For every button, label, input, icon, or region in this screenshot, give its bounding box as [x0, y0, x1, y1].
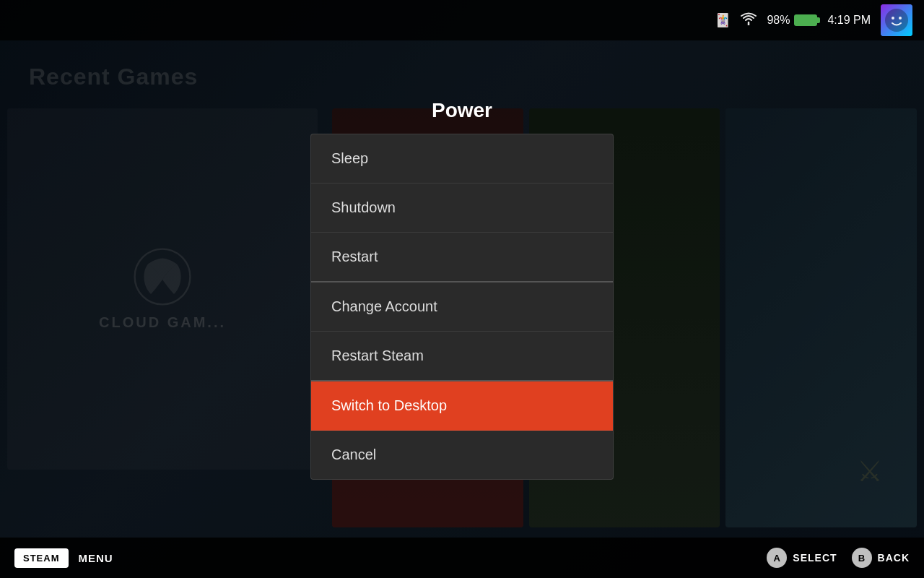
- change-account-option[interactable]: Change Account: [311, 282, 613, 332]
- restart-option[interactable]: Restart: [311, 233, 613, 282]
- sleep-option[interactable]: Sleep: [311, 134, 613, 184]
- restart-steam-option[interactable]: Restart Steam: [311, 332, 613, 381]
- shutdown-option[interactable]: Shutdown: [311, 184, 613, 233]
- power-menu: Sleep Shutdown Restart Change Account Re…: [310, 134, 614, 480]
- switch-to-desktop-option[interactable]: Switch to Desktop: [311, 381, 613, 431]
- dialog-title: Power: [432, 99, 492, 122]
- cancel-option[interactable]: Cancel: [311, 431, 613, 479]
- power-dialog: Power Sleep Shutdown Restart Change Acco…: [0, 0, 924, 578]
